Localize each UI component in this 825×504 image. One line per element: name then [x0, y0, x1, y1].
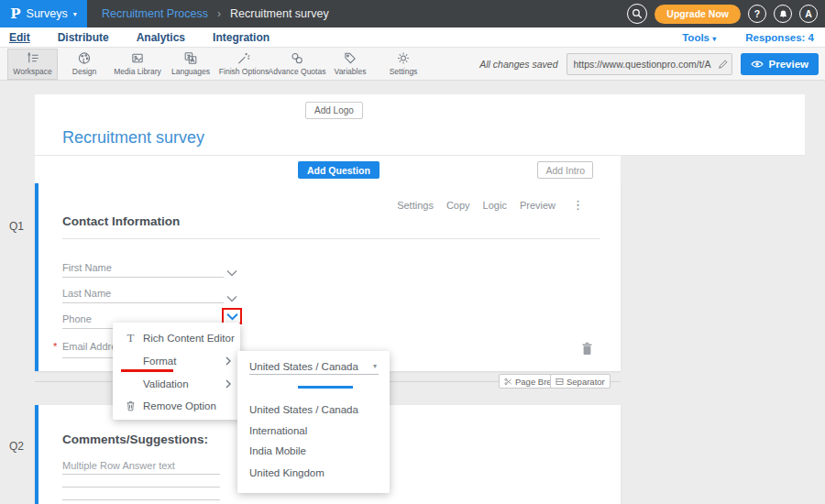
design-icon	[77, 51, 92, 65]
media-library-icon	[130, 51, 145, 65]
trash-icon	[581, 342, 593, 356]
format-option-international[interactable]: International	[249, 425, 307, 436]
question-settings-link[interactable]: Settings	[397, 200, 434, 211]
required-marker: *	[53, 341, 57, 352]
trash-icon	[123, 400, 138, 411]
menu-item-validation[interactable]: Validation	[113, 373, 240, 395]
chevron-down-icon	[226, 295, 237, 302]
finish-options-icon	[236, 51, 251, 65]
separator-button[interactable]: Separator	[550, 374, 610, 389]
avatar[interactable]: A	[799, 5, 818, 23]
survey-nav: Edit Distribute Analytics Integration To…	[0, 27, 825, 48]
header-actions: Upgrade Now ? A	[627, 4, 825, 24]
surveys-label: Surveys	[27, 7, 68, 20]
search-icon	[632, 8, 643, 19]
separator-icon	[556, 378, 564, 386]
variables-icon	[343, 51, 358, 65]
toolbar-media-library[interactable]: Media Library	[111, 49, 164, 80]
questionpro-survey-editor: P Surveys ▾ Recruitment Process › Recrui…	[0, 0, 825, 504]
phone-format-submenu: United States / Canada ▾ United States /…	[237, 351, 390, 493]
more-options-icon[interactable]: ⋮	[572, 198, 584, 212]
toolbar-variables[interactable]: Variables	[324, 49, 377, 80]
question-preview-link[interactable]: Preview	[520, 200, 556, 211]
tab-integration[interactable]: Integration	[213, 31, 270, 44]
text-icon: T	[123, 331, 138, 345]
tools-dropdown[interactable]: Tools ▾	[682, 32, 716, 43]
annotation-underline	[121, 369, 173, 372]
toolbar-finish-options[interactable]: Finish Options	[217, 49, 270, 80]
responses-link[interactable]: Responses: 4	[745, 32, 814, 43]
preview-button[interactable]: Preview	[741, 53, 819, 75]
question-actions: Settings Copy Logic Preview ⋮	[397, 198, 584, 212]
advance-quotas-icon	[290, 51, 304, 65]
answer-row-line	[62, 474, 220, 475]
survey-url-input[interactable]	[567, 59, 715, 70]
field-label-last-name[interactable]: Last Name	[62, 288, 111, 299]
toolbar-right: All changes saved Preview	[479, 53, 825, 75]
add-question-button[interactable]: Add Question	[298, 161, 380, 179]
add-logo-button[interactable]: Add Logo	[305, 102, 363, 119]
submenu-arrow-icon	[226, 379, 231, 389]
field-label-phone[interactable]: Phone	[62, 313, 92, 324]
add-intro-button[interactable]: Add Intro	[537, 161, 593, 179]
questionpro-logo: P	[10, 5, 20, 22]
workspace-icon	[26, 51, 40, 65]
search-button[interactable]	[627, 4, 647, 24]
toolbar-settings[interactable]: Settings	[377, 49, 430, 80]
toolbar-languages[interactable]: Languages	[164, 49, 217, 80]
editor-toolbar: Workspace Design Media Library Languages…	[0, 48, 825, 81]
field-dropdown-last-name[interactable]	[226, 290, 237, 306]
chevron-down-icon	[226, 269, 237, 277]
submenu-arrow-icon	[226, 356, 231, 366]
survey-title[interactable]: Recruitment survey	[62, 128, 204, 148]
caret-down-icon: ▾	[712, 35, 716, 43]
eye-icon	[751, 60, 764, 69]
answer-placeholder[interactable]: Multiple Row Answer text	[62, 460, 175, 471]
question-logic-link[interactable]: Logic	[483, 200, 507, 211]
format-option-us-canada[interactable]: United States / Canada	[249, 404, 358, 415]
field-label-first-name[interactable]: First Name	[62, 262, 112, 273]
tab-distribute[interactable]: Distribute	[58, 31, 109, 44]
toolbar-advance-quotas[interactable]: Advance Quotas	[270, 49, 324, 80]
format-option-india-mobile[interactable]: India Mobile	[249, 445, 306, 456]
question-copy-link[interactable]: Copy	[446, 200, 470, 211]
toolbar-workspace[interactable]: Workspace	[7, 49, 58, 80]
settings-icon	[396, 51, 411, 65]
tab-edit[interactable]: Edit	[9, 31, 30, 44]
question-label-q1: Q1	[9, 220, 24, 233]
help-button[interactable]: ?	[748, 5, 766, 23]
breadcrumb-current: Recruitment survey	[230, 7, 329, 20]
surveys-menu-button[interactable]: P Surveys ▾	[0, 0, 87, 27]
menu-item-remove-option[interactable]: Remove Option	[113, 395, 240, 417]
add-question-row: Add Question Add Intro	[35, 156, 621, 183]
toolbar-design[interactable]: Design	[58, 49, 111, 80]
format-select[interactable]: United States / Canada ▾	[249, 358, 379, 375]
question-heading-q2[interactable]: Comments/Suggestions:	[62, 433, 208, 446]
chevron-down-icon-active[interactable]	[226, 312, 238, 321]
menu-item-rich-content-editor[interactable]: T Rich Content Editor	[113, 327, 240, 349]
scissors-icon	[504, 378, 512, 386]
row-options-menu: T Rich Content Editor Format Validation …	[113, 323, 240, 420]
delete-question-button[interactable]	[581, 342, 593, 359]
save-status: All changes saved	[479, 59, 557, 70]
toolbar-items: Workspace Design Media Library Languages…	[0, 49, 430, 80]
field-underline	[62, 277, 224, 278]
field-dropdown-first-name[interactable]	[226, 264, 237, 280]
notifications-button[interactable]	[774, 5, 792, 23]
active-indicator-bar	[298, 386, 353, 389]
bell-icon	[778, 9, 788, 19]
format-selected-value: United States / Canada	[249, 361, 358, 372]
breadcrumb-parent[interactable]: Recruitment Process	[102, 7, 208, 20]
answer-row-line	[62, 499, 220, 500]
question-heading-q1[interactable]: Contact Information	[62, 214, 180, 228]
tab-analytics[interactable]: Analytics	[137, 31, 185, 44]
upgrade-now-button[interactable]: Upgrade Now	[654, 5, 741, 24]
field-underline	[62, 302, 224, 303]
heading-divider	[62, 238, 600, 239]
breadcrumb-separator: ›	[217, 7, 221, 20]
question-label-q2: Q2	[9, 440, 24, 453]
format-option-united-kingdom[interactable]: United Kingdom	[249, 467, 324, 478]
edit-url-button[interactable]	[715, 59, 732, 70]
survey-header-card: Add Logo Recruitment survey	[35, 94, 805, 156]
top-header: P Surveys ▾ Recruitment Process › Recrui…	[0, 0, 825, 27]
